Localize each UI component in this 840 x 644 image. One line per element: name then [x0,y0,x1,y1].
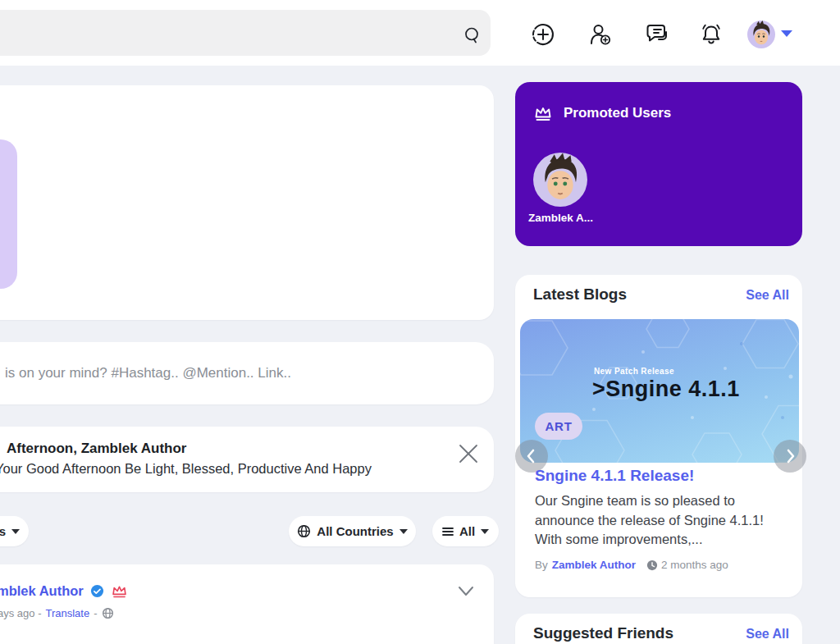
blog-image-title: >Sngine 4.1.1 [592,377,740,402]
filter-posts-label: s [0,524,6,538]
latest-blogs-card: Latest Blogs See All [515,275,802,597]
stories-card [0,85,494,320]
translate-link[interactable]: Translate [45,607,89,619]
suggested-friends-title: Suggested Friends [533,624,673,642]
post-card: mblek Author ays ago - Translate - [0,564,494,644]
search-icon[interactable] [463,25,482,45]
post-meta-separator: - [94,607,97,619]
filter-countries-label: All Countries [317,524,393,538]
blog-by-label: By [535,559,548,571]
post-author-link[interactable]: mblek Author [0,583,84,599]
top-navbar [0,0,840,66]
globe-icon [297,524,311,538]
avatar-face-icon [533,153,587,207]
privacy-globe-icon [102,607,114,619]
promoted-users-title: Promoted Users [564,105,671,121]
filter-countries-dropdown[interactable]: All Countries [289,516,416,546]
close-icon[interactable] [457,442,480,465]
crown-icon [533,103,553,123]
promoted-user-avatar[interactable] [533,153,587,207]
post-options-chevron-icon[interactable] [456,584,476,599]
slider-next-button[interactable] [774,440,806,473]
user-avatar[interactable] [747,21,775,48]
blog-excerpt: Our Sngine team is so pleased to announc… [535,491,781,550]
blog-time: 2 months ago [661,559,728,571]
blog-category-badge: ART [535,413,582,440]
blog-image-kicker: New Patch Release [594,367,674,376]
latest-blogs-title: Latest Blogs [533,285,627,304]
create-story-tile[interactable] [0,139,17,289]
filter-posts-dropdown[interactable]: s [0,516,29,546]
blog-cover-image[interactable]: New Patch Release >Sngine 4.1.1 ART [520,319,799,463]
page: is on your mind? #Hashtag.. @Mention.. L… [0,0,840,644]
filter-all-dropdown[interactable]: All [432,516,499,546]
chevron-left-icon [523,447,541,465]
caret-down-icon [399,529,408,534]
blog-meta: By Zamblek Author 2 months ago [535,559,728,571]
verified-badge-icon [90,584,104,598]
clock-icon [646,560,658,571]
composer-placeholder: is on your mind? #Hashtag.. @Mention.. L… [5,365,291,381]
chevron-right-icon [781,447,799,465]
caret-down-icon [11,529,20,534]
post-time: ays ago - [0,607,41,619]
friend-requests-icon[interactable] [587,21,614,48]
menu-lines-icon [442,527,454,537]
account-menu-caret-icon[interactable] [781,30,792,37]
suggested-friends-card: Suggested Friends See All [515,614,802,644]
greeting-card: Afternoon, Zamblek Author Your Good Afte… [0,427,494,492]
blog-title-link[interactable]: Sngine 4.1.1 Release! [535,467,694,485]
promoted-user-name[interactable]: Zamblek A... [528,212,593,224]
suggested-see-all-link[interactable]: See All [746,627,789,642]
caret-down-icon [481,529,489,534]
greeting-title: Afternoon, Zamblek Author [7,441,186,457]
create-post-icon[interactable] [530,21,556,48]
pro-crown-icon [111,582,128,600]
notifications-icon[interactable] [698,21,724,48]
promoted-users-card: Promoted Users Zamblek A... [515,82,802,246]
greeting-subtitle: Your Good Afternoon Be Light, Blessed, P… [0,461,372,477]
blog-author-link[interactable]: Zamblek Author [552,559,636,571]
filter-all-label: All [459,524,475,538]
post-composer[interactable]: is on your mind? #Hashtag.. @Mention.. L… [0,342,494,404]
messages-icon[interactable] [643,21,669,48]
blogs-see-all-link[interactable]: See All [746,288,789,303]
avatar-face-icon [747,21,775,48]
search-input[interactable] [0,10,491,56]
